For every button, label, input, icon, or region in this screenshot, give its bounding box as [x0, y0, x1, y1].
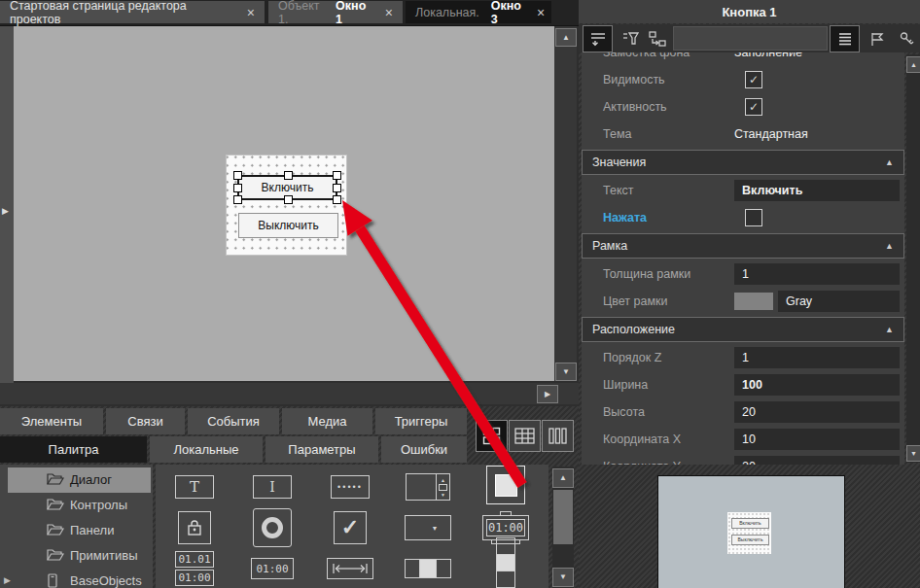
date-icon: 01.01	[178, 553, 210, 566]
dock-tab-media[interactable]: Медиа	[282, 408, 372, 434]
selection-handle[interactable]	[333, 171, 341, 180]
key-button[interactable]	[891, 25, 920, 52]
canvas-button-off[interactable]: Выключить	[238, 213, 338, 238]
scroll-down-button[interactable]: ▼	[555, 363, 577, 381]
tree-item-dialog[interactable]: Диалог	[8, 467, 151, 493]
tab-object1-window1[interactable]: Объект 1. Окно 1 ×	[268, 1, 403, 23]
coord-y-input[interactable]: 20	[734, 456, 900, 465]
close-icon[interactable]: ×	[529, 6, 545, 19]
selection-handle[interactable]	[233, 184, 242, 192]
design-surface[interactable]: Включить Выключить	[227, 156, 346, 255]
palette-item-hslider[interactable]	[389, 548, 467, 588]
property-row-height: Высота 20	[582, 398, 904, 426]
scroll-up-button[interactable]: ▲	[552, 468, 574, 488]
palette-item-vslider[interactable]	[467, 542, 545, 583]
dock-tab-elements[interactable]: Элементы	[0, 408, 103, 434]
flag-button[interactable]	[862, 25, 892, 52]
scroll-up-button[interactable]: ▲	[906, 56, 920, 73]
color-swatch[interactable]	[734, 293, 773, 310]
preview-button-off: Выключить	[731, 535, 769, 545]
tab-start-page[interactable]: Стартовая страница редактора проектов ×	[0, 1, 265, 23]
tab-local-window3[interactable]: Локальная. Окно 3 ×	[406, 1, 551, 23]
canvas-vertical-scrollbar[interactable]: ▲ ▼	[554, 26, 577, 381]
dropdown-arrow-icon: ▼	[432, 525, 439, 532]
border-width-input[interactable]: 1	[734, 263, 900, 285]
attached-properties-button[interactable]	[642, 25, 672, 52]
scroll-down-button[interactable]: ▼	[906, 445, 920, 462]
expander-icon[interactable]: ▶	[4, 575, 11, 585]
scroll-right-button[interactable]: ▶	[537, 385, 558, 403]
collapsed-left-panel[interactable]: ▶	[0, 26, 14, 383]
palette-item-range[interactable]	[311, 548, 389, 588]
categorized-view-button[interactable]	[583, 25, 613, 52]
selection-handle[interactable]	[333, 195, 341, 204]
selection-handle[interactable]	[233, 171, 242, 180]
dock-tab-triggers[interactable]: Триггеры	[375, 408, 467, 434]
list-view-button[interactable]	[830, 25, 860, 52]
dock-tab-errors[interactable]: Ошибки	[381, 436, 467, 463]
view-table-button[interactable]	[509, 420, 541, 452]
dock-tab-events[interactable]: События	[188, 408, 279, 434]
collapse-icon[interactable]: ▲	[885, 318, 894, 341]
palette-item-datetime[interactable]: 01.01 01:00	[156, 548, 233, 588]
palette-item-password[interactable]: •••••	[311, 467, 389, 507]
dock-tab-links[interactable]: Связи	[106, 408, 185, 434]
palette-item-textbox[interactable]: I	[233, 467, 311, 507]
text-value-input[interactable]: Включить	[734, 180, 900, 201]
selection-handle[interactable]	[284, 171, 293, 180]
columns-view-icon	[548, 428, 567, 444]
palette-category-tree: Диалог Контролы Панели Примитивы ▶ Bas	[0, 465, 153, 588]
palette-item-label[interactable]: T	[156, 467, 233, 507]
canvas-button-on[interactable]: Включить	[237, 175, 337, 200]
scrollbar-thumb[interactable]	[553, 490, 573, 544]
section-layout[interactable]: Расположение ▲	[582, 317, 904, 342]
tree-item-panels[interactable]: Панели	[0, 518, 153, 543]
tree-item-baseobjects[interactable]: ▶ BaseObjects	[0, 569, 153, 588]
expand-panel-icon[interactable]: ▶	[2, 206, 9, 216]
visibility-checkbox[interactable]: ✓	[745, 71, 762, 88]
checkmark-icon: ✓	[341, 515, 359, 540]
selection-handle[interactable]	[284, 195, 293, 204]
activity-checkbox[interactable]: ✓	[745, 98, 762, 116]
property-search-field[interactable]	[673, 26, 828, 51]
dock-tab-locals[interactable]: Локальные	[150, 436, 263, 463]
selection-handle[interactable]	[333, 184, 341, 192]
close-icon[interactable]: ×	[377, 6, 393, 19]
view-columns-button[interactable]	[542, 420, 574, 452]
canvas-horizontal-scrollbar[interactable]: ▶	[0, 383, 579, 404]
tree-item-primitives[interactable]: Примитивы	[0, 543, 153, 569]
palette-item-lock[interactable]	[156, 507, 233, 548]
palette-item-radiobutton[interactable]	[233, 507, 311, 548]
dock-tab-palette[interactable]: Палитра	[0, 436, 147, 463]
property-row-fill: Замостка фона Заполнение	[582, 52, 904, 66]
time-icon: 01:00	[256, 563, 288, 575]
folder-icon	[47, 498, 64, 511]
design-canvas[interactable]: Включить Выключить	[14, 26, 554, 381]
view-grid-button[interactable]	[476, 420, 508, 452]
inspector-scrollbar[interactable]: ▲ ▼	[906, 54, 920, 463]
tree-item-controls[interactable]: Контролы	[0, 493, 153, 518]
palette-scrollbar[interactable]: ▲ ▼	[549, 467, 577, 588]
section-values[interactable]: Значения ▲	[582, 150, 904, 175]
palette-item-checkbox[interactable]: ✓	[311, 507, 389, 548]
section-frame[interactable]: Рамка ▲	[582, 233, 904, 259]
collapse-icon[interactable]: ▲	[885, 151, 894, 174]
palette-item-combobox[interactable]: ▼	[389, 507, 467, 548]
pressed-checkbox[interactable]	[745, 209, 762, 226]
property-row-coord-y: Координата Y 20	[582, 453, 904, 465]
collapse-icon[interactable]: ▲	[885, 234, 894, 258]
selection-handle[interactable]	[233, 195, 242, 204]
close-icon[interactable]: ×	[239, 6, 255, 19]
palette-item-button[interactable]	[467, 465, 545, 505]
width-input[interactable]: 100	[734, 374, 900, 396]
sort-alphabetical-button[interactable]	[615, 25, 645, 52]
palette-item-time[interactable]: 01:00	[233, 548, 311, 588]
zorder-input[interactable]: 1	[734, 347, 900, 368]
palette-item-numeric-updown[interactable]: ▲ ▼	[389, 467, 467, 507]
dock-tab-parameters[interactable]: Параметры	[265, 436, 378, 463]
scroll-down-button[interactable]: ▼	[552, 568, 574, 587]
height-input[interactable]: 20	[734, 401, 900, 423]
coord-x-input[interactable]: 10	[734, 429, 900, 450]
border-color-input[interactable]: Gray	[778, 291, 900, 312]
scroll-up-button[interactable]: ▲	[555, 28, 577, 47]
